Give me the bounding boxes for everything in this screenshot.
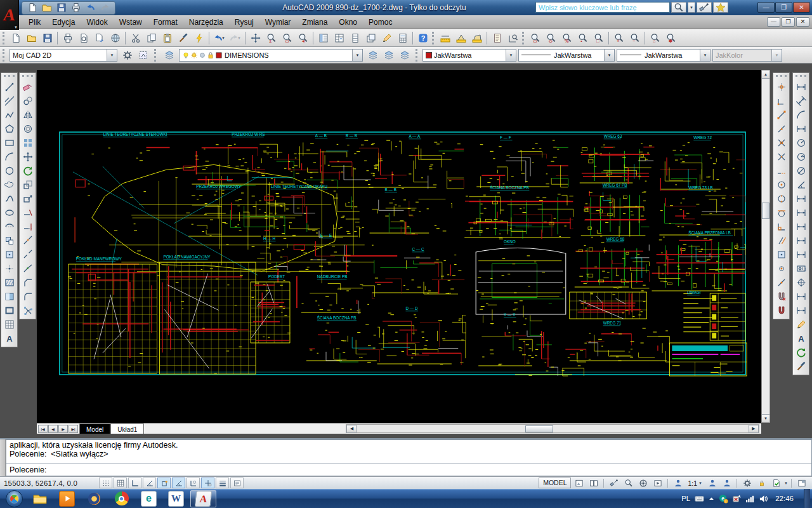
- minimize-button[interactable]: —: [757, 2, 775, 13]
- search-button[interactable]: [671, 2, 686, 13]
- paste-button[interactable]: [159, 30, 175, 46]
- status-toggle-otrack[interactable]: [172, 478, 185, 488]
- point-button[interactable]: [1, 262, 17, 276]
- eset-tray-icon[interactable]: e!: [719, 494, 728, 504]
- zoom-all-button[interactable]: ⌂: [647, 30, 663, 46]
- zoom-object-button[interactable]: □: [591, 30, 606, 46]
- rotate-button[interactable]: [20, 164, 36, 178]
- zoom-window-button[interactable]: ▭: [279, 30, 295, 46]
- status-toggle-snap[interactable]: [99, 478, 112, 488]
- ellipse-arc-button[interactable]: [1, 220, 17, 234]
- autocad-menu-browser-button[interactable]: A ▼: [0, 0, 19, 30]
- dim-arc-length-button[interactable]: [793, 108, 809, 122]
- status-toggle-ducs[interactable]: [187, 478, 200, 488]
- toolbar-grip[interactable]: [3, 49, 5, 62]
- stretch-button[interactable]: [20, 192, 36, 206]
- close-button[interactable]: ✕: [793, 2, 810, 13]
- make-block-button[interactable]: [1, 248, 17, 262]
- id-point-button[interactable]: [505, 30, 521, 46]
- drawing-canvas[interactable]: LINIE TEORETYCZNE STERÓWKIPRZEKRÓJ W RSA…: [37, 70, 761, 423]
- chevron-down-icon[interactable]: ▼: [221, 36, 225, 40]
- snap-parallel-button[interactable]: [773, 234, 789, 248]
- circle-button[interactable]: [1, 164, 17, 178]
- polyline-button[interactable]: [1, 108, 17, 122]
- status-menu-chevron-icon[interactable]: ▼: [784, 481, 788, 485]
- arc-button[interactable]: [1, 150, 17, 164]
- scroll-down-icon[interactable]: ▼: [762, 414, 769, 422]
- menu-narzedzia[interactable]: Narzędzia: [183, 16, 229, 29]
- last-tab-button[interactable]: ▶|: [69, 425, 78, 433]
- swatch-icon[interactable]: [215, 51, 223, 59]
- snap-from-button[interactable]: [773, 94, 789, 108]
- menu-wymiar[interactable]: Wymiar: [259, 16, 297, 29]
- print-button[interactable]: [69, 2, 82, 13]
- construction-line-button[interactable]: [1, 94, 17, 108]
- dim-ordinate-button[interactable]: [793, 122, 809, 136]
- layer-states-button[interactable]: [396, 48, 412, 63]
- taskbar-app-chrome[interactable]: [108, 490, 134, 507]
- center-mark-button[interactable]: [793, 276, 809, 290]
- polygon-button[interactable]: [1, 122, 17, 136]
- scroll-right-icon[interactable]: ▶: [749, 425, 759, 433]
- status-toggle-polar[interactable]: [143, 478, 156, 488]
- snap-none-button[interactable]: [773, 290, 789, 304]
- snap-center-button[interactable]: [773, 178, 789, 192]
- mirror-button[interactable]: [20, 108, 36, 122]
- list-tool-button[interactable]: [489, 30, 505, 46]
- new-button[interactable]: [8, 30, 23, 46]
- snap-apparent-intersection-button[interactable]: [773, 150, 789, 164]
- toolbar-grip[interactable]: [776, 75, 787, 79]
- status-toggle-dyn[interactable]: [201, 478, 214, 488]
- app-check-button[interactable]: [769, 478, 783, 488]
- quickcalc-button[interactable]: [395, 30, 410, 46]
- taskbar-app-media-player[interactable]: [54, 490, 80, 507]
- model-space-button[interactable]: [572, 478, 586, 488]
- multiline-text-button[interactable]: A: [1, 331, 17, 345]
- quick-dimension-button[interactable]: [793, 192, 809, 206]
- make-object-layer-current-button[interactable]: [365, 48, 381, 63]
- toolbar-grip[interactable]: [4, 75, 15, 79]
- copy-object-button[interactable]: [20, 94, 36, 108]
- dim-text-edit-button[interactable]: A: [793, 331, 809, 345]
- temporary-track-point-button[interactable]: [773, 80, 789, 94]
- markup-bolt-button[interactable]: [191, 30, 207, 46]
- erase-button[interactable]: [20, 80, 36, 94]
- tab-layout1[interactable]: Układ1: [110, 424, 144, 434]
- show-desktop-button[interactable]: [804, 489, 810, 508]
- menu-edycja[interactable]: Edycja: [46, 16, 81, 29]
- command-prompt-input[interactable]: Polecenie:: [6, 464, 811, 476]
- break-button[interactable]: [20, 248, 36, 262]
- cut-button[interactable]: [128, 30, 143, 46]
- hscroll-thumb[interactable]: [525, 425, 553, 432]
- layout-space-button[interactable]: [587, 478, 600, 488]
- insert-block-button[interactable]: [1, 234, 17, 248]
- array-button[interactable]: [20, 136, 36, 150]
- dim-angular-button[interactable]: [793, 178, 809, 192]
- command-window-grip[interactable]: [0, 439, 6, 476]
- snap-node-button[interactable]: [773, 262, 789, 276]
- snap-extension-button[interactable]: [773, 164, 789, 178]
- tool-palettes-button[interactable]: [347, 30, 363, 46]
- dim-radius-button[interactable]: [793, 136, 809, 150]
- distance-button[interactable]: [437, 30, 453, 46]
- model-space-button[interactable]: MODEL: [539, 478, 571, 488]
- vertical-scrollbar[interactable]: ▲ ▼: [761, 70, 770, 423]
- chamfer-button[interactable]: [20, 276, 36, 290]
- workspace-settings-button[interactable]: [119, 48, 135, 63]
- status-toggle-grid[interactable]: [114, 478, 127, 488]
- redo-button[interactable]: ▼: [227, 30, 243, 46]
- snap-midpoint-button[interactable]: [773, 122, 789, 136]
- menu-rysuj[interactable]: Rysuj: [229, 16, 259, 29]
- dim-edit-button[interactable]: [793, 318, 809, 331]
- dim-baseline-button[interactable]: [793, 206, 809, 220]
- annotation-scale-button[interactable]: 1:1▼: [686, 479, 704, 487]
- doc-restore-button[interactable]: ❐: [782, 17, 795, 27]
- menu-format[interactable]: Format: [148, 16, 183, 29]
- vscroll-thumb[interactable]: [762, 203, 769, 219]
- dim-linear-button[interactable]: [793, 80, 809, 94]
- line-button[interactable]: [1, 80, 17, 94]
- move-button[interactable]: [20, 150, 36, 164]
- show-motion-button[interactable]: [651, 478, 664, 488]
- power-icon[interactable]: [732, 494, 742, 504]
- toolbar-grip[interactable]: [154, 49, 157, 62]
